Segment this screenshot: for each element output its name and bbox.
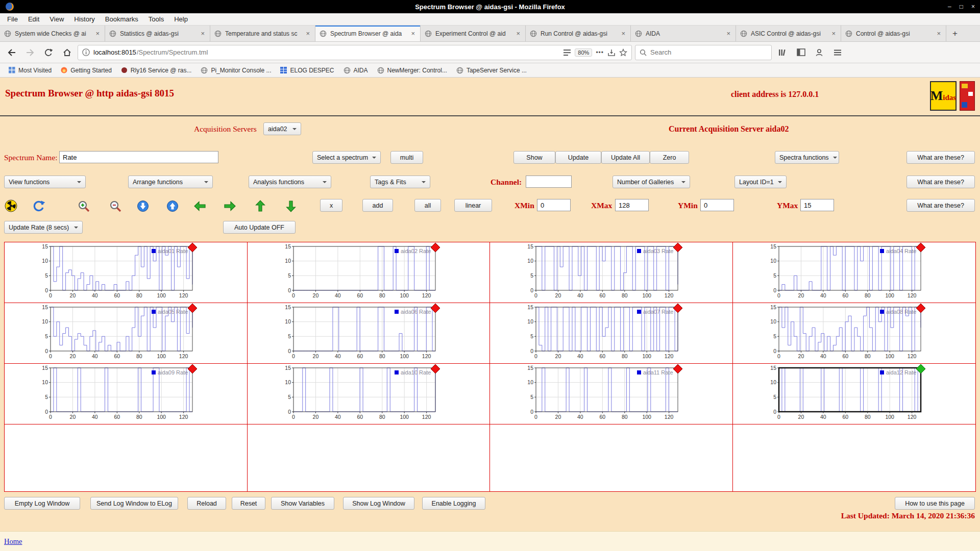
arrange-functions-dropdown[interactable]: Arrange functions [128,176,213,188]
channel-input[interactable] [526,176,572,188]
gallery-cell-aida05[interactable]: 020406080100120051015aida05 Rate [5,303,248,364]
reset-button[interactable]: Reset [232,497,265,510]
reload-button[interactable] [41,45,56,60]
enable-logging-button[interactable]: Enable Logging [422,497,485,510]
gallery-cell-aida02[interactable]: 020406080100120051015aida02 Rate [248,242,491,303]
tab-close-icon[interactable]: × [936,30,942,37]
reader-view-icon[interactable] [563,48,571,57]
gallery-cell-aida07[interactable]: 020406080100120051015aida07 Rate [490,303,733,364]
midas-logo[interactable]: Midas [930,81,957,111]
bookmark-item-4[interactable]: Pi_Monitor Console ... [196,65,276,76]
update-all-button[interactable]: Update All [601,151,650,164]
move-down-icon[interactable] [284,199,298,213]
tab-6[interactable]: Run Control @ aidas-gsi× [526,26,631,41]
bookmark-star-icon[interactable] [619,48,627,57]
home-link[interactable]: Home [4,537,22,546]
spectrum-plot[interactable]: 020406080100120051015aida05 Rate [33,304,205,362]
new-tab-button[interactable]: + [946,26,964,41]
gallery-cell-aida04[interactable]: 020406080100120051015aida04 Rate [733,242,976,303]
select-spectrum-dropdown[interactable]: Select a spectrum [312,151,381,164]
spectrum-name-input[interactable] [59,151,218,163]
ymax-input[interactable] [800,199,834,211]
auto-update-button[interactable]: Auto Update OFF [223,221,296,234]
update-button[interactable]: Update [555,151,601,164]
analysis-functions-dropdown[interactable]: Analysis functions [249,176,331,188]
refresh-icon[interactable] [32,199,45,213]
menu-history[interactable]: History [69,14,100,24]
tab-1[interactable]: System wide Checks @ ai× [0,26,105,41]
bookmark-item-7[interactable]: NewMerger: Control... [373,65,452,76]
gallery-cell-aida10[interactable]: 020406080100120051015aida10 Rate [248,364,491,424]
home-button[interactable] [59,45,75,60]
menu-tools[interactable]: Tools [143,14,169,24]
back-button[interactable] [4,45,19,60]
facility-logo[interactable] [960,81,975,111]
search-input[interactable] [650,48,752,56]
tab-7[interactable]: AIDA× [631,26,736,41]
what-are-these-button-2[interactable]: What are these? [906,176,975,188]
number-of-galleries-dropdown[interactable]: Number of Galleries [612,176,690,188]
spectrum-plot[interactable]: 020406080100120051015aida04 Rate [762,243,933,302]
tab-close-icon[interactable]: × [620,30,626,37]
zero-button[interactable]: Zero [650,151,689,164]
minimize-button[interactable]: – [948,3,951,10]
xmin-input[interactable] [537,199,571,211]
gallery-cell-aida03[interactable]: 020406080100120051015aida03 Rate [490,242,733,303]
what-are-these-button-1[interactable]: What are these? [906,151,975,164]
multi-button[interactable]: multi [390,151,423,164]
tab-9[interactable]: Control @ aidas-gsi× [841,26,946,41]
reload-button[interactable]: Reload [187,497,226,510]
tab-3[interactable]: Temperature and status sc× [210,26,315,41]
show-variables-button[interactable]: Show Variables [271,497,334,510]
send-log-window-to-elog-button[interactable]: Send Log Window to ELog [90,497,178,510]
scale-up-icon[interactable] [165,199,179,213]
menu-view[interactable]: View [44,14,69,24]
zoom-out-icon[interactable] [108,199,122,213]
tab-close-icon[interactable]: × [515,30,521,37]
gallery-cell-aida11[interactable]: 020406080100120051015aida11 Rate [490,364,733,424]
page-actions-icon[interactable]: ••• [596,49,604,56]
all-button[interactable]: all [414,199,441,212]
sidebar-icon[interactable] [793,45,808,60]
maximize-button[interactable]: □ [960,3,963,10]
tab-close-icon[interactable]: × [830,30,837,37]
bookmark-item-3[interactable]: Rly16 Service @ ras... [116,65,197,76]
show-button[interactable]: Show [513,151,555,164]
bookmark-item-5[interactable]: ELOG DESPEC [276,65,338,76]
gallery-cell-aida09[interactable]: 020406080100120051015aida09 Rate [5,364,248,424]
search-bar[interactable] [635,45,772,60]
radiation-icon[interactable] [4,199,18,213]
add-button[interactable]: add [362,199,393,212]
scale-down-icon[interactable] [136,199,150,213]
move-left-icon[interactable] [193,199,207,213]
what-are-these-button-3[interactable]: What are these? [906,199,975,212]
library-icon[interactable] [775,45,790,60]
menu-file[interactable]: File [2,14,23,24]
tab-close-icon[interactable]: × [305,30,311,37]
spectrum-plot[interactable]: 020406080100120051015aida07 Rate [519,304,690,362]
gallery-cell-aida06[interactable]: 020406080100120051015aida06 Rate [248,303,491,364]
tags-fits-dropdown[interactable]: Tags & Fits [370,176,430,188]
linear-button[interactable]: linear [454,199,492,212]
forward-button[interactable] [22,45,38,60]
menu-icon[interactable] [830,45,845,60]
move-right-icon[interactable] [223,199,236,213]
acquisition-server-dropdown[interactable]: aida02 [263,122,301,135]
menu-bookmarks[interactable]: Bookmarks [100,14,143,24]
url-bar[interactable]: localhost:8015/Spectrum/Spectrum.tml 80%… [78,45,632,60]
menu-edit[interactable]: Edit [23,14,44,24]
menu-help[interactable]: Help [169,14,193,24]
tab-4[interactable]: Spectrum Browser @ aida× [315,26,421,41]
bookmark-item-1[interactable]: Most Visited [4,65,56,76]
bookmark-item-8[interactable]: TapeServer Service ... [452,65,531,76]
account-icon[interactable] [812,45,827,60]
spectrum-plot[interactable]: 020406080100120051015aida06 Rate [276,304,448,362]
close-button[interactable]: × [971,3,975,10]
tab-close-icon[interactable]: × [410,30,416,37]
gallery-cell-aida01[interactable]: 020406080100120051015aida01 Rate [5,242,248,303]
view-functions-dropdown[interactable]: View functions [4,176,86,188]
tab-close-icon[interactable]: × [94,30,101,37]
spectrum-plot[interactable]: 020406080100120051015aida03 Rate [519,243,690,302]
spectrum-plot[interactable]: 020406080100120051015aida11 Rate [519,365,690,423]
spectrum-plot[interactable]: 020406080100120051015aida09 Rate [33,365,205,423]
